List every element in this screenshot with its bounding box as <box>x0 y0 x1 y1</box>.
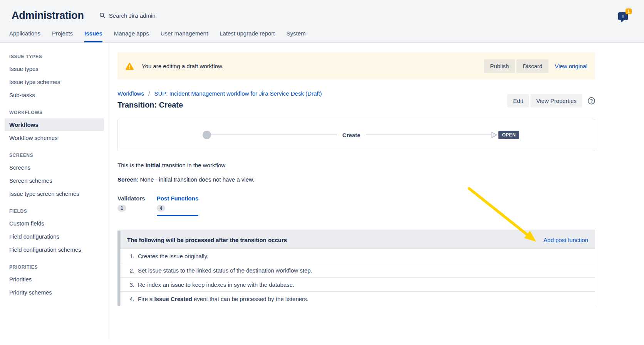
draft-warning-banner: You are editing a draft workflow. Publis… <box>117 52 595 79</box>
sidebar-item-screens[interactable]: Screens <box>0 161 109 174</box>
add-post-function-link[interactable]: Add post function <box>543 237 588 243</box>
nav-item-latest-upgrade-report[interactable]: Latest upgrade report <box>220 27 275 42</box>
tab-validators[interactable]: Validators 1 <box>117 195 145 216</box>
page-title: Transition: Create <box>117 101 322 109</box>
post-function-description: Creates the issue originally. <box>138 253 208 259</box>
admin-search[interactable] <box>99 12 197 19</box>
screen-info-text: Screen: None - initial transition does n… <box>117 176 595 183</box>
post-function-row: 3.Re-index an issue to keep indexes in s… <box>120 278 595 292</box>
post-function-description: Set issue status to the linked status of… <box>138 267 312 274</box>
status-badge: OPEN <box>498 131 519 139</box>
sidebar-section-heading-workflows: WORKFLOWS <box>0 102 109 118</box>
sidebar-item-screen-schemes[interactable]: Screen schemes <box>0 174 109 187</box>
page-heading: Administration <box>12 10 84 22</box>
post-functions-header-text: The following will be processed after th… <box>127 237 287 243</box>
post-functions-count-badge: 4 <box>157 205 166 212</box>
sidebar-section-heading-issue-types: ISSUE TYPES <box>0 46 109 62</box>
breadcrumb-separator: / <box>148 90 150 97</box>
initial-transition-text: This is the initial transition in the wo… <box>117 162 595 168</box>
post-function-row: 1.Creates the issue originally. <box>120 249 595 263</box>
post-function-list: 1.Creates the issue originally.2.Set iss… <box>120 249 595 306</box>
sidebar-section-heading-fields: FIELDS <box>0 200 109 217</box>
sidebar-item-issue-type-screen-schemes[interactable]: Issue type screen schemes <box>0 187 109 200</box>
breadcrumb: Workflows / SUP: Incident Management wor… <box>117 90 322 97</box>
view-original-link[interactable]: View original <box>555 63 587 69</box>
transition-edge-line <box>211 135 337 135</box>
post-function-row: 4.Fire a Issue Created event that can be… <box>120 292 595 306</box>
notification-count-badge: 1 <box>626 8 632 14</box>
sidebar-item-workflow-schemes[interactable]: Workflow schemes <box>0 131 109 144</box>
breadcrumb-current-link[interactable]: SUP: Incident Management workflow for Ji… <box>154 90 322 97</box>
nav-item-system[interactable]: System <box>287 27 306 42</box>
transition-diagram: Create OPEN <box>117 119 595 151</box>
breadcrumb-workflows-link[interactable]: Workflows <box>117 90 144 97</box>
banner-message: You are editing a draft workflow. <box>142 63 223 69</box>
post-function-number: 4. <box>124 296 134 302</box>
validators-count-badge: 1 <box>117 205 126 212</box>
nav-item-projects[interactable]: Projects <box>52 27 73 42</box>
admin-header: Administration ! 1 ApplicationsProjectsI… <box>0 0 644 43</box>
post-functions-table-header: The following will be processed after th… <box>120 231 595 249</box>
nav-item-user-management[interactable]: User management <box>161 27 208 42</box>
nav-item-manage-apps[interactable]: Manage apps <box>114 27 149 42</box>
sidebar-item-custom-fields[interactable]: Custom fields <box>0 217 109 230</box>
transition-label: Create <box>337 132 366 138</box>
warning-triangle-icon <box>125 62 134 70</box>
post-function-number: 3. <box>124 281 134 288</box>
notification-button[interactable]: ! 1 <box>617 8 632 22</box>
main-content: You are editing a draft workflow. Publis… <box>109 43 644 340</box>
post-functions-table: The following will be processed after th… <box>117 231 595 306</box>
post-function-number: 1. <box>124 253 134 259</box>
post-function-number: 2. <box>124 267 134 274</box>
discard-button[interactable]: Discard <box>517 59 548 73</box>
initial-node-circle-icon <box>203 131 211 139</box>
nav-item-issues[interactable]: Issues <box>84 27 102 42</box>
transition-tabs: Validators 1 Post Functions 4 <box>117 195 595 216</box>
tab-post-functions[interactable]: Post Functions 4 <box>157 195 198 216</box>
sidebar-item-issue-type-schemes[interactable]: Issue type schemes <box>0 76 109 88</box>
view-properties-button[interactable]: View Properties <box>530 94 582 108</box>
sidebar: ISSUE TYPESIssue typesIssue type schemes… <box>0 43 109 340</box>
edit-button[interactable]: Edit <box>507 94 529 108</box>
sidebar-item-priorities[interactable]: Priorities <box>0 273 109 286</box>
post-function-description: Re-index an issue to keep indexes in syn… <box>138 281 294 288</box>
search-input[interactable] <box>108 12 197 19</box>
sidebar-item-priority-schemes[interactable]: Priority schemes <box>0 286 109 299</box>
post-function-row: 2.Set issue status to the linked status … <box>120 263 595 278</box>
question-mark-circle-icon[interactable]: ? <box>588 97 595 104</box>
nav-item-applications[interactable]: Applications <box>9 27 40 42</box>
top-nav: ApplicationsProjectsIssuesManage appsUse… <box>0 27 644 42</box>
post-function-description: Fire a Issue Created event that can be p… <box>138 296 309 302</box>
sidebar-section-heading-screens: SCREENS <box>0 145 109 161</box>
sidebar-item-sub-tasks[interactable]: Sub-tasks <box>0 89 109 101</box>
sidebar-item-field-configurations[interactable]: Field configurations <box>0 230 109 243</box>
sidebar-item-issue-types[interactable]: Issue types <box>0 62 109 75</box>
arrowhead-icon <box>491 132 497 138</box>
sidebar-item-workflows[interactable]: Workflows <box>5 118 104 131</box>
transition-edge-line <box>366 135 492 135</box>
publish-button[interactable]: Publish <box>484 59 515 73</box>
search-icon <box>99 12 106 19</box>
sidebar-item-field-configuration-schemes[interactable]: Field configuration schemes <box>0 243 109 256</box>
sidebar-section-heading-priorities: PRIORITIES <box>0 256 109 273</box>
